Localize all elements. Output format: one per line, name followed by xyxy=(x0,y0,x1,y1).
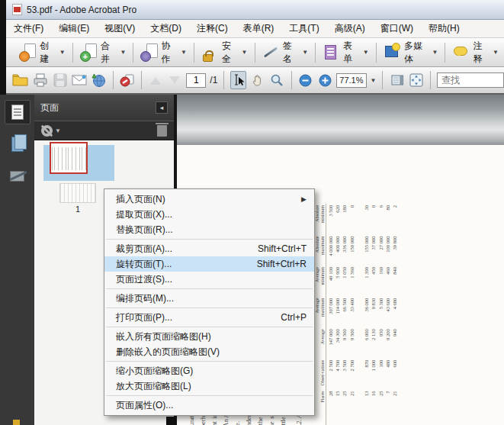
pages-panel-button[interactable] xyxy=(5,100,30,124)
menu-document[interactable]: 文档(D) xyxy=(143,20,189,37)
multimedia-button[interactable]: 多媒体▼ xyxy=(378,37,444,68)
trash-icon[interactable] xyxy=(157,125,167,137)
combine-files-icon: + xyxy=(80,43,98,62)
mouse-cursor xyxy=(166,417,176,425)
comment-bubble-icon xyxy=(452,43,470,62)
menu-item-enlarge-thumbnails[interactable]: 放大页面缩略图(L) xyxy=(104,378,314,394)
menu-window[interactable]: 窗口(W) xyxy=(373,20,421,37)
table-row: Islands74809 20043 600460109 00080 xyxy=(384,204,391,425)
menu-item-number-pages[interactable]: 编排页码(M)... xyxy=(104,291,314,306)
sign-pen-icon xyxy=(262,43,279,62)
comment-label: 注释 xyxy=(474,40,490,66)
menu-item-rotate-pages[interactable]: 旋转页面(T)...Shift+Ctrl+R xyxy=(104,256,314,272)
secure-button[interactable]: 安全▼ xyxy=(196,37,253,68)
menu-item-embed-all-thumbnails[interactable]: 嵌入所有页面缩略图(H) xyxy=(104,329,314,344)
table-row: City282 500147 000397 00049 1004 000 000… xyxy=(327,204,334,425)
menu-file[interactable]: 文件(F) xyxy=(6,20,51,37)
review-tracker-icon xyxy=(120,72,135,88)
navigation-pane-strip xyxy=(0,95,34,425)
gear-icon[interactable] xyxy=(41,125,53,137)
save-button[interactable] xyxy=(52,71,67,89)
toolbar-separator xyxy=(376,43,377,63)
toolbar-separator xyxy=(445,43,445,63)
upload-document-button[interactable] xyxy=(91,71,106,89)
menu-separator xyxy=(106,395,313,396)
next-page-button[interactable] xyxy=(167,71,182,89)
page-number-input[interactable] xyxy=(186,73,206,88)
menu-item-crop-pages[interactable]: 裁剪页面(A)...Shift+Ctrl+T xyxy=(104,241,314,256)
previous-page-button[interactable] xyxy=(148,71,163,89)
multimedia-label: 多媒体 xyxy=(404,40,429,66)
toolbar-separator xyxy=(430,71,431,89)
signatures-panel-button[interactable] xyxy=(5,164,30,188)
create-button[interactable]: 创建▼ xyxy=(14,37,71,68)
zoom-in-button[interactable] xyxy=(317,71,332,89)
window-title: 53.pdf - Adobe Acrobat Pro xyxy=(27,5,136,15)
menu-comments[interactable]: 注释(C) xyxy=(189,20,236,37)
signature-pen-icon xyxy=(10,171,24,182)
menu-edit[interactable]: 编辑(E) xyxy=(51,20,97,37)
menu-forms[interactable]: 表单(R) xyxy=(236,20,282,37)
page-thumbnail-partial[interactable] xyxy=(59,183,96,203)
fit-window-icon xyxy=(409,73,423,87)
hand-tool-button[interactable] xyxy=(250,71,265,89)
zoom-marquee-button[interactable] xyxy=(269,71,284,89)
menu-advanced[interactable]: 高级(A) xyxy=(327,20,373,37)
page-thumbnail[interactable] xyxy=(50,142,88,174)
sign-button[interactable]: 签名▼ xyxy=(256,37,313,68)
page-display-button[interactable] xyxy=(389,71,404,89)
table-row: Ocean216009404 68084039 8002 xyxy=(391,204,398,425)
email-button[interactable] xyxy=(72,71,87,89)
toolbar-separator xyxy=(194,43,194,63)
menu-item-page-transitions[interactable]: 页面过渡(S)... xyxy=(104,272,314,287)
collaborate-label: 协作 xyxy=(162,40,178,66)
secure-lock-icon xyxy=(201,43,219,62)
menu-item-page-properties[interactable]: 页面属性(O)... xyxy=(104,398,314,413)
combine-button[interactable]: + 合并▼ xyxy=(75,37,132,68)
menu-tools[interactable]: 工具(T) xyxy=(281,20,326,37)
toolbar-separator xyxy=(223,71,224,89)
menu-item-remove-embedded-thumbnails[interactable]: 删除嵌入的页面缩略图(V) xyxy=(104,344,314,359)
create-pdf-icon xyxy=(19,43,37,62)
open-folder-icon xyxy=(12,72,29,88)
menu-separator xyxy=(106,239,313,240)
hand-tool-icon xyxy=(251,73,265,87)
title-bar[interactable]: 53.pdf - Adobe Acrobat Pro xyxy=(6,0,504,20)
chevron-down-icon: ▼ xyxy=(181,49,187,56)
menu-item-insert-pages[interactable]: 插入页面(N)▶ xyxy=(104,192,314,207)
comment-button[interactable]: 注释▼ xyxy=(447,37,504,68)
options-dropdown-icon[interactable]: ▼ xyxy=(55,127,61,134)
chevron-down-icon: ▼ xyxy=(59,49,66,56)
table-header-cell: Average maximum xyxy=(315,297,326,328)
panel-collapse-button[interactable]: ◂ xyxy=(156,101,168,114)
zoom-out-button[interactable] xyxy=(297,71,313,89)
page-display-icon xyxy=(390,73,404,87)
save-floppy-icon xyxy=(53,73,67,87)
zoom-level-display[interactable]: 77.1% xyxy=(336,73,366,88)
menu-view[interactable]: 视图(V) xyxy=(97,20,143,37)
collaborate-button[interactable]: 协作▼ xyxy=(135,37,192,68)
menu-item-print-pages[interactable]: 打印页面(P)...Ctrl+P xyxy=(104,310,314,325)
review-tracker-button[interactable] xyxy=(119,71,134,89)
find-input[interactable] xyxy=(437,72,504,88)
printer-icon xyxy=(33,72,48,88)
chevron-down-icon: ▼ xyxy=(493,49,499,56)
menu-help[interactable]: 帮助(H) xyxy=(421,20,467,37)
table-row: > 2000 m251909505 30016027 0006 xyxy=(377,204,384,425)
menu-separator xyxy=(106,288,313,289)
zoom-dropdown-icon[interactable]: ▼ xyxy=(371,77,377,84)
menu-item-extract-pages[interactable]: 提取页面(X)... xyxy=(104,207,314,222)
print-button[interactable] xyxy=(33,71,48,89)
table-header-cell: Locality xyxy=(320,420,326,425)
open-file-button[interactable] xyxy=(12,71,29,89)
menu-item-replace-pages[interactable]: 替换页面(R)... xyxy=(104,222,314,237)
select-tool-button[interactable] xyxy=(230,71,246,89)
fit-window-button[interactable] xyxy=(409,71,424,89)
menu-separator xyxy=(106,361,313,362)
sign-label: 签名 xyxy=(283,40,299,66)
table-row: Country, seashore212 7009 50033 4001 560… xyxy=(348,204,355,425)
forms-button[interactable]: 表单▼ xyxy=(317,37,374,68)
zoom-in-icon xyxy=(319,74,332,87)
menu-item-reduce-thumbnails[interactable]: 缩小页面缩略图(G) xyxy=(104,363,314,378)
layers-panel-button[interactable] xyxy=(5,132,30,156)
